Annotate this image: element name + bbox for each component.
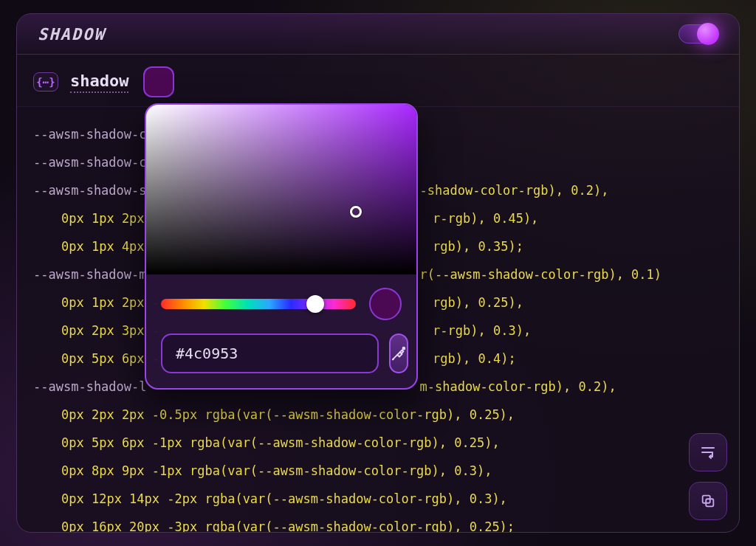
code-line: 0px 8px 9px -1px rgba(var(--awsm-shadow-… — [33, 457, 723, 485]
eyedropper-button[interactable] — [389, 334, 408, 373]
panel-title: SHADOW — [38, 25, 105, 44]
color-picker-popover — [145, 103, 418, 390]
hex-input[interactable] — [161, 334, 379, 373]
sv-cursor[interactable] — [350, 206, 362, 218]
code-line: 0px 2px 2px -0.5px rgba(var(--awsm-shado… — [33, 401, 723, 429]
panel-subheader: {⋯} shadow — [17, 55, 739, 107]
code-line: 0px 16px 20px -3px rgba(var(--awsm-shado… — [33, 513, 723, 533]
hex-row — [146, 326, 416, 388]
wrap-button[interactable] — [689, 433, 727, 471]
code-action-buttons — [689, 433, 727, 520]
saturation-value-field[interactable] — [146, 105, 416, 274]
copy-icon — [700, 493, 716, 509]
svg-point-4 — [403, 348, 405, 350]
panel-header: SHADOW — [17, 14, 739, 55]
object-chip-icon: {⋯} — [33, 72, 58, 91]
toggle-knob — [697, 23, 719, 45]
eyedropper-icon — [391, 345, 407, 362]
color-swatch[interactable] — [143, 66, 174, 97]
code-line: 0px 12px 14px -2px rgba(var(--awsm-shado… — [33, 485, 723, 513]
hue-thumb[interactable] — [306, 295, 324, 313]
code-line: 0px 5px 6px -1px rgba(var(--awsm-shadow-… — [33, 429, 723, 457]
hue-slider[interactable] — [161, 299, 356, 309]
hue-row — [146, 274, 416, 326]
property-name[interactable]: shadow — [70, 72, 128, 93]
copy-button[interactable] — [689, 482, 727, 520]
wrap-icon — [699, 443, 717, 461]
shadow-toggle[interactable] — [678, 24, 718, 44]
color-preview-dot — [369, 288, 402, 320]
